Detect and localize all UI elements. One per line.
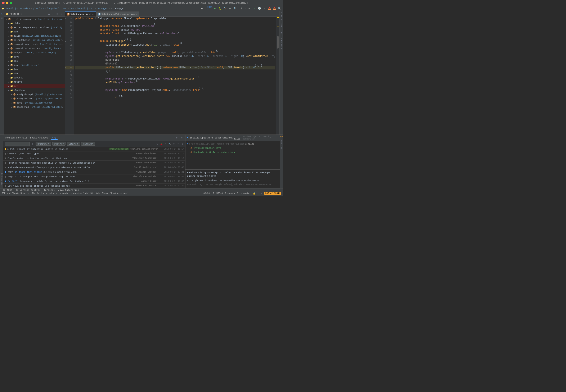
paths-filter[interactable]: Paths: All ▾ [81,142,95,146]
tree-item-jvm[interactable]: ▶ 📁 jvm [4,67,65,71]
git-branch[interactable]: Git: master [237,192,251,195]
commit-item-8[interactable]: let java ast based indices use content h… [3,184,185,188]
git-check[interactable]: ✓ [252,7,256,11]
tab-uidebugger[interactable]: J UiDebugger.java ✕ [65,12,96,16]
tab-close-button[interactable]: ✕ [92,13,94,15]
sync-button[interactable]: ↻ [156,142,159,146]
tree-item-license[interactable]: ▶ 📁 license [4,76,65,80]
bc-debugger[interactable]: debugger [97,7,108,10]
pull-icon[interactable]: ↓ [261,192,262,195]
indent[interactable]: 2 spaces [225,192,235,195]
vc-tree-item-subpath[interactable]: ▼ src/com/intellij/testFramework/propert… [186,142,279,146]
vc-tab-local-changes[interactable]: Local Changes [29,136,49,140]
event-log-button[interactable]: 9n [280,136,283,138]
tree-item-boot[interactable]: ▶ 📦 boot [intellij.platform.boot] [4,101,65,105]
bc-com[interactable]: com [70,7,74,10]
project-panel-icon[interactable]: 1 [0,12,4,16]
tree-item-resources[interactable]: ▶ 📦 community-resources [intellij.idea.c… [4,46,65,51]
tab-close-button[interactable]: ✕ [136,13,137,15]
tree-item-platform[interactable]: ▼ 📁 platform [4,88,65,92]
git-history[interactable]: 🕐 [258,7,261,11]
tree-item-analysis-impl[interactable]: ▶ 📦 analysis-impl [intellij.platform.ana… [4,97,65,101]
date-filter[interactable]: Date: All ▾ [67,142,80,146]
close-button[interactable] [2,2,5,4]
tree-item-lib[interactable]: ▶ 📁 lib [4,71,65,76]
tree-item-analysis-api[interactable]: ▶ 📦 analysis-api [intellij.platform.anal… [4,92,65,97]
window-controls[interactable] [2,2,12,4]
scrollbar-thumb[interactable] [277,36,279,49]
cherry-pick-button[interactable]: 🍒 [160,142,163,146]
git-pull[interactable]: 📥 [273,7,276,11]
close-panel-button[interactable]: ✕ [60,12,63,16]
collapse-button[interactable]: ⇅ [181,142,184,146]
favorites-label[interactable]: 2: Favorites [1,173,3,187]
bc-community[interactable]: intellij-community [5,7,30,10]
bc-platform[interactable]: platform [33,7,44,10]
ant-panel-label[interactable]: Ant [280,23,282,28]
debug-button[interactable]: 🐛 [218,7,222,11]
cursor-position[interactable]: 38:34 [203,192,210,195]
notification-badge[interactable]: 386 of 1981M [264,192,281,195]
commit-search-input[interactable] [5,142,30,146]
tree-item-java[interactable]: ▶ 📁 java [4,55,65,59]
git-push[interactable]: 📤 [267,7,271,11]
commit-item-3[interactable]: [tests] replaces Android-specific in-mem… [3,161,185,165]
vc-close-button[interactable]: ✕ [180,136,184,140]
encoding[interactable]: UTF-8 [217,192,223,195]
tab-uidebuggerext[interactable]: I UiDebuggerExtension.java ✕ [96,12,139,16]
vertical-scrollbar[interactable] [276,17,279,135]
vc-tree-file-2[interactable]: J RandomActivityInterceptor.java [186,150,279,154]
commit-item-4[interactable]: add #elementsAroundOffsetUp to process e… [3,165,185,170]
tree-item-colorschemes[interactable]: ▶ 📦 colorSchemes [intellij.platform.colo… [4,38,65,42]
collapse-button[interactable]: ⇐ [51,12,55,16]
vc-tree-file-1[interactable]: J InvokeIntention.java [186,146,279,150]
refresh-icon[interactable]: ⚙ [31,142,34,146]
tree-item-out[interactable]: ▶ 📁 out [4,84,65,88]
back-button[interactable]: ◀ [200,7,204,11]
tree-item-aether[interactable]: ▶ 📦 aether-dependency-resolver [intellij… [4,26,65,30]
commit-item-6[interactable]: sign.sh: cleanup files from previous sig… [3,174,185,179]
tree-item-guitests[interactable]: ▶ 📦 community-guitests [intellij.idea.co… [4,42,65,46]
search-everywhere[interactable]: 🔍 [277,7,281,11]
commit-item-7[interactable]: PY-36231 Temporary disable Cython extens… [3,179,185,184]
tree-item-json[interactable]: ▶ 📦 json [intellij.json] [4,63,65,67]
build-button[interactable]: 🔨 [223,7,227,11]
database-panel-label[interactable]: Database [280,38,282,49]
bc-uidebugger[interactable]: UiDebugger [111,7,125,10]
commit-item-0[interactable]: ▶ FUS: report if automatic update is ena… [3,147,185,152]
idea-button[interactable]: IDEA ▾ [208,7,212,11]
bc-ui[interactable]: ui [91,7,94,10]
run-button[interactable]: ▶ [213,7,217,11]
settings-panel-button[interactable]: ⚙ [56,12,59,16]
commit-item-1[interactable]: Cleanup (nullity; typos) Roman Shevchenk… [3,152,185,156]
expand-button[interactable]: ↔ [176,142,180,146]
minimize-button[interactable] [6,2,8,4]
scope-button[interactable]: ☰ [47,12,50,16]
bc-lang-impl[interactable]: lang-impl [47,7,59,10]
commit-item-2[interactable]: Enable notarization for macOS distributi… [3,156,185,161]
vc-settings-button[interactable]: ⚙ [175,136,179,140]
search-commit-button[interactable]: ⊕ [172,142,176,146]
tree-item-native[interactable]: ▶ 📁 native [4,80,65,84]
tree-item-build[interactable]: ▶ 📦 build [intellij.idea.community.build… [4,34,65,38]
maximize-button[interactable] [10,2,12,4]
structure-panel-icon[interactable]: 2 [0,16,4,20]
tag-button[interactable]: 🔍 [168,142,172,146]
tree-item-bin[interactable]: ▶ 📁 bin [4,30,65,34]
git-commit[interactable]: ✏ [247,7,251,11]
bc-src[interactable]: src [63,7,67,10]
branch-filter[interactable]: Branch: All ▾ [36,142,51,146]
git-rollback[interactable]: ↺ [262,7,266,11]
cdi-panel-label[interactable]: CDI [280,31,282,35]
event-log-label[interactable]: Event Log [280,139,283,149]
user-filter[interactable]: User: All ▾ [52,142,66,146]
code-content[interactable]: public class UiDebugger extends JPanel i… [74,17,276,135]
vc-tab-log[interactable]: Log [51,136,58,140]
tree-item-images[interactable]: ▶ 📦 images [intellij.platform.images] [4,51,65,55]
commit-item-5[interactable]: IDEA-CR-48380 IDEA-216202 Switch to SSHJ… [3,170,185,174]
tree-item-jps[interactable]: ▶ 📁 jps [4,59,65,63]
project-icon[interactable]: 📁 [2,7,4,10]
branch-button[interactable]: ⑁ [164,142,167,146]
bc-intellij[interactable]: intellij [77,7,88,10]
settings-button[interactable]: ⚙ [228,7,232,11]
